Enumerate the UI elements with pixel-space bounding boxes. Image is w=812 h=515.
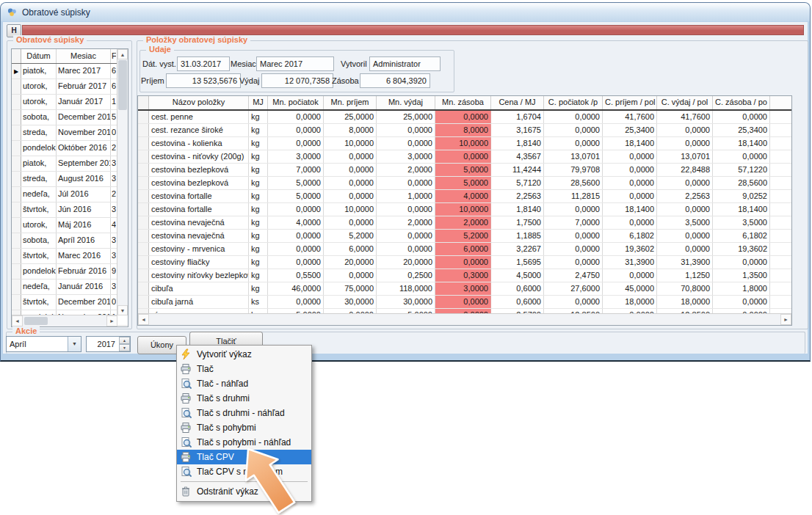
spin-up-icon[interactable]: ▲	[119, 337, 130, 344]
table-row[interactable]: cestoviny niťovky bezlepkovkg0,55000,000…	[138, 269, 791, 282]
cell-mesiac: Júl 2016	[57, 187, 111, 202]
column-header-datum[interactable]: Dátum	[21, 49, 57, 63]
table-row[interactable]: cestovina nevaječnákg0,00005,20000,00005…	[138, 230, 791, 243]
summary-list-item[interactable]: sobota,December 20165	[12, 110, 128, 125]
summary-list-item[interactable]: pondelokOktóber 20162	[12, 141, 128, 156]
items-table-horizontal-scrollbar[interactable]: ◄ ►	[138, 313, 791, 325]
table-cell: cibuľa	[149, 282, 249, 295]
prijem-field[interactable]: 13 523,5676	[166, 73, 241, 88]
column-header[interactable]: C. výdaj / pol	[657, 96, 713, 109]
column-header[interactable]: MJ	[249, 96, 268, 109]
table-cell: 2,0000	[435, 216, 491, 229]
left-horizontal-scrollbar[interactable]: ◄ ►	[12, 315, 117, 326]
cell-f: 3	[111, 233, 116, 248]
table-cell: 0,0000	[377, 137, 435, 150]
menu-item[interactable]: Tlač s pohybmi	[177, 420, 311, 435]
summary-list-item[interactable]: streda,August 20163	[12, 172, 128, 187]
table-row[interactable]: cestoviny fliačkykg0,000020,000020,00000…	[138, 256, 791, 269]
table-row[interactable]: cest. pennekg0,000025,000025,00000,00001…	[138, 111, 791, 124]
table-cell: 31,3900	[657, 256, 713, 269]
mesiac-field[interactable]: Marec 2017	[256, 56, 334, 71]
header-spacer-cell	[12, 49, 21, 63]
printer-icon	[180, 451, 192, 463]
table-cell: 0,0000	[603, 190, 657, 202]
summary-list-item[interactable]: sobota,Apríl 20163	[12, 233, 128, 249]
row-header-cell	[138, 282, 149, 295]
cell-mesiac: Marec 2017	[57, 64, 111, 78]
scroll-left-icon[interactable]: ◄	[12, 315, 23, 326]
scroll-up-icon[interactable]: ▲	[117, 49, 128, 59]
vytvoril-field[interactable]: Administrator	[369, 56, 441, 71]
table-row[interactable]: cestovina nevaječnákg4,00000,00002,00002…	[138, 216, 791, 230]
summaries-list[interactable]: Dátum Mesiac F ▶piatok,Marec 20176utorok…	[11, 48, 128, 327]
column-header[interactable]: Mn. príjem	[324, 96, 377, 109]
scrollbar-thumb[interactable]	[24, 317, 48, 325]
zasoba-field[interactable]: 6 804,3920	[360, 73, 430, 88]
menu-item-label: Tlač s druhmi	[197, 393, 250, 403]
column-header[interactable]: C. počiatok /p	[544, 96, 603, 109]
table-cell: 20,0000	[324, 256, 377, 269]
year-stepper[interactable]: 2017 ▲ ▼	[86, 336, 131, 352]
summary-list-item[interactable]: utorok,Január 20171	[12, 95, 128, 110]
table-row[interactable]: cestovina - kolienkakg0,000010,00000,000…	[138, 137, 791, 150]
menu-item[interactable]: Tlač	[177, 362, 311, 376]
menu-item[interactable]: Tlač - náhľad	[177, 376, 311, 391]
table-cell: kg	[249, 230, 268, 242]
table-row[interactable]: cestovina bezlepkovákg5,00000,00000,0000…	[138, 177, 791, 190]
table-row[interactable]: cestoviny - mrvenicakg0,00006,00000,0000…	[138, 243, 791, 256]
summary-list-item[interactable]: štvrtok,Jún 20163	[12, 202, 128, 218]
left-vertical-scrollbar[interactable]: ▲ ▼	[117, 49, 128, 315]
summary-list-item[interactable]: štvrtok,December 20150	[12, 295, 128, 310]
column-header[interactable]: Mn. počiatok	[268, 96, 324, 109]
table-cell: 0,0000	[713, 296, 770, 308]
column-header[interactable]: Mn. výdaj	[377, 96, 435, 109]
column-header[interactable]: Názov položky	[149, 96, 249, 109]
vydaj-field[interactable]: 12 070,7358	[261, 73, 333, 88]
summary-list-item[interactable]: nedeľa,Júl 20162	[12, 187, 128, 202]
table-cell: 0,0000	[603, 269, 657, 282]
items-table[interactable]: Názov položkyMJMn. počiatokMn. príjemMn.…	[137, 95, 792, 326]
table-row[interactable]: cestovina bezlepkovákg7,00000,00002,0000…	[138, 164, 791, 177]
table-row[interactable]: cibuľakg46,000075,0000118,00003,00000,60…	[138, 282, 791, 296]
title-bar[interactable]: Obratové súpisky	[1, 3, 810, 21]
menu-item[interactable]: Tlač s druhmi	[177, 391, 311, 406]
column-header-f[interactable]: F	[111, 49, 116, 63]
menu-item-label: Tlač - náhľad	[197, 379, 248, 389]
summary-list-item[interactable]: piatok,September 20163	[12, 156, 128, 172]
printer-icon	[180, 363, 192, 375]
summary-list-item[interactable]: streda,November 20160	[12, 125, 128, 141]
summary-list-item[interactable]: utorok,Február 20176	[12, 79, 128, 95]
cell-f: 2	[111, 187, 116, 202]
table-row[interactable]: cestovina fortallekg0,000010,00000,00001…	[138, 203, 791, 216]
summary-list-item[interactable]: ▶piatok,Marec 20176	[12, 64, 128, 79]
scroll-right-icon[interactable]: ►	[106, 315, 117, 326]
spin-down-icon[interactable]: ▼	[119, 344, 130, 351]
dat-vyst-field[interactable]: 31.03.2017	[177, 56, 230, 71]
column-header-mesiac[interactable]: Mesiac	[57, 49, 111, 63]
menu-item[interactable]: Tlač s druhmi - náhľad	[177, 406, 311, 420]
table-row[interactable]: cest. rezance širokékg0,00008,00000,0000…	[138, 124, 791, 137]
table-row[interactable]: cestovina - niťovky (200g)kg3,00000,0000…	[138, 150, 791, 164]
column-header[interactable]: C. zásoba / po	[713, 96, 770, 109]
scrollbar-thumb[interactable]	[118, 60, 127, 110]
scroll-right-icon[interactable]: ►	[780, 314, 791, 325]
column-header[interactable]: Cena / MJ	[491, 96, 544, 109]
table-cell: 0,0000	[603, 177, 657, 189]
column-header[interactable]: Mn. zásoba	[435, 96, 491, 109]
scroll-left-icon[interactable]: ◄	[138, 314, 149, 325]
table-cell: 19,3602	[603, 243, 657, 255]
summary-list-item[interactable]: štvrtok,Marec 20163	[12, 249, 128, 264]
table-row[interactable]: cestovina fortallekg5,00000,00001,00004,…	[138, 190, 791, 203]
table-row[interactable]: cibuľa jarnáks0,000030,000030,00000,0000…	[138, 296, 791, 309]
summary-list-item[interactable]: utorok,Máj 20164	[12, 218, 128, 233]
summary-list-item[interactable]: pondelokFebruár 20169	[12, 264, 128, 280]
chevron-down-icon[interactable]: ▼	[68, 337, 81, 351]
table-cell: 22,8488	[657, 164, 713, 176]
month-select[interactable]: Apríl ▼	[6, 336, 81, 352]
table-cell: 30,0000	[377, 296, 435, 308]
column-header[interactable]: C. príjem / pol	[603, 96, 657, 109]
summary-list-item[interactable]: nedeľa,Január 20163	[12, 280, 128, 295]
table-cell: cestovina fortalle	[149, 203, 249, 216]
menu-item[interactable]: Vytvoriť výkaz	[177, 347, 311, 362]
scroll-down-icon[interactable]: ▼	[117, 305, 128, 315]
